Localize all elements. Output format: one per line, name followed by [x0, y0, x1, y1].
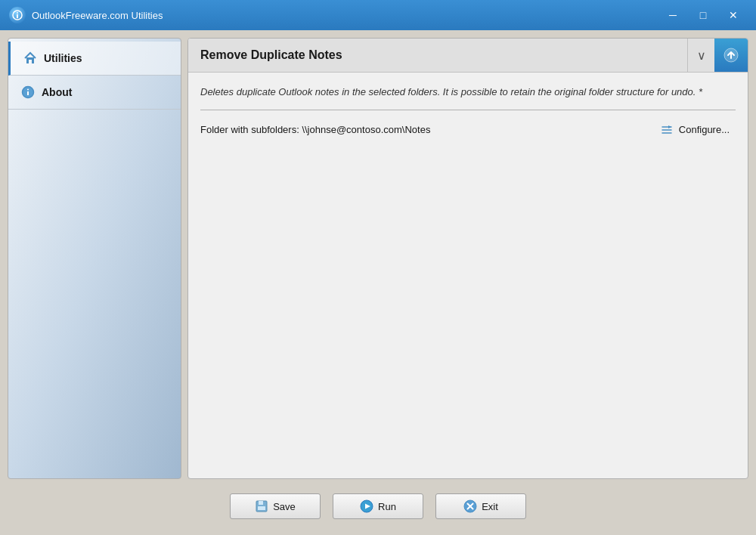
configure-label: Configure...	[679, 124, 730, 135]
upload-icon	[723, 48, 739, 63]
configure-icon	[659, 122, 674, 138]
run-icon	[360, 499, 373, 513]
sidebar-item-utilities[interactable]: Utilities	[8, 42, 181, 76]
dropdown-button[interactable]: ∨	[687, 39, 714, 72]
panel-header: Remove Duplicate Notes ∨	[188, 39, 748, 73]
maximize-button[interactable]: □	[689, 5, 717, 26]
upload-button[interactable]	[714, 39, 748, 72]
exit-icon	[463, 499, 477, 513]
app-icon	[9, 7, 26, 23]
title-bar: OutlookFreeware.com Utilities ─ □ ✕	[0, 0, 756, 30]
folder-row: Folder with subfolders: \\johnse@contoso…	[200, 119, 736, 141]
svg-point-4	[27, 89, 29, 91]
save-button[interactable]: Save	[230, 493, 321, 519]
sidebar: Utilities About	[8, 38, 181, 479]
close-button[interactable]: ✕	[720, 5, 747, 26]
panel-title: Remove Duplicate Notes	[188, 41, 687, 70]
svg-point-1	[17, 12, 18, 14]
svg-rect-5	[27, 91, 29, 95]
window-controls: ─ □ ✕	[659, 5, 747, 26]
info-icon	[20, 85, 36, 100]
description-text: Deletes duplicate Outlook notes in the s…	[200, 85, 736, 101]
about-label: About	[42, 86, 72, 98]
right-panel: Remove Duplicate Notes ∨ Deletes duplica…	[187, 38, 748, 479]
home-icon	[23, 51, 38, 66]
content-area: Utilities About Remove Duplicate Notes ∨	[8, 38, 748, 479]
svg-rect-2	[17, 14, 18, 18]
bottom-bar: Save Run Exit	[8, 485, 748, 527]
chevron-down-icon: ∨	[697, 48, 706, 63]
svg-rect-10	[258, 506, 265, 510]
separator	[200, 110, 736, 110]
save-label: Save	[273, 501, 296, 512]
exit-button[interactable]: Exit	[435, 493, 526, 519]
sidebar-item-about[interactable]: About	[8, 76, 181, 110]
save-icon	[255, 499, 268, 513]
svg-marker-7	[668, 125, 671, 128]
svg-rect-9	[259, 501, 263, 505]
run-label: Run	[378, 501, 396, 512]
configure-button[interactable]: Configure...	[653, 119, 736, 141]
minimize-button[interactable]: ─	[659, 5, 686, 26]
utilities-label: Utilities	[44, 52, 82, 64]
main-container: OutlookFreeware.com Utilities	[0, 30, 756, 535]
window-title: OutlookFreeware.com Utilities	[32, 10, 659, 21]
panel-body: Deletes duplicate Outlook notes in the s…	[188, 73, 748, 478]
folder-label: Folder with subfolders: \\johnse@contoso…	[200, 124, 430, 135]
exit-label: Exit	[482, 501, 498, 512]
run-button[interactable]: Run	[333, 493, 423, 519]
